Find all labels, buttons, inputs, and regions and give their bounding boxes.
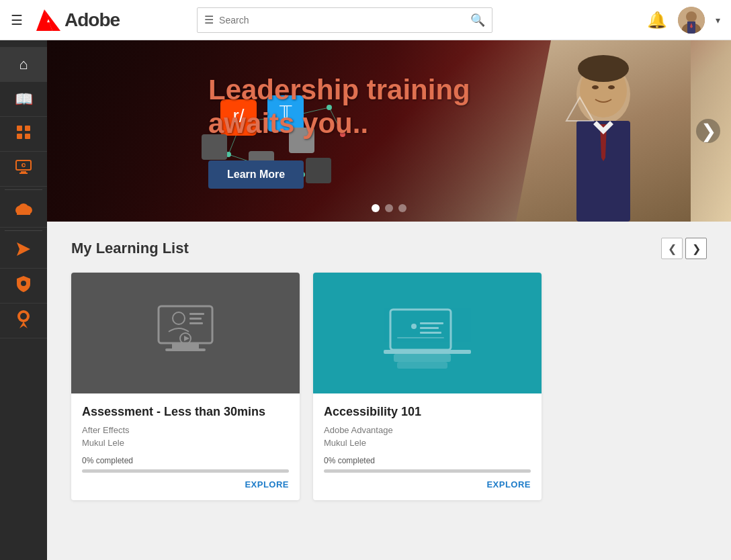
svg-rect-64	[189, 318, 202, 320]
avatar-image	[678, 7, 705, 34]
sidebar-item-cloud[interactable]	[0, 193, 47, 228]
main-layout: ⌂ 📖	[0, 40, 731, 560]
apps-icon	[15, 124, 32, 144]
card-1-body: Assessment - Less than 30mins After Effe…	[71, 393, 300, 500]
svg-point-4	[686, 11, 697, 22]
svg-rect-73	[420, 332, 441, 334]
card-1-progress-label: 0% completed	[82, 456, 289, 465]
header: ☰ Adobe ☰ 🔍 🔔	[0, 0, 731, 40]
hero-dots	[372, 204, 406, 212]
section-header: My Learning List ❮ ❯	[71, 238, 707, 259]
svg-point-70	[411, 324, 417, 329]
card-2-thumbnail	[313, 273, 542, 393]
learn-more-button[interactable]: Learn More	[208, 160, 304, 189]
card-2: Accessibility 101 Adobe Advantage Mukul …	[313, 273, 542, 500]
svg-rect-63	[189, 313, 204, 315]
svg-rect-74	[397, 337, 444, 338]
card-2-author: Mukul Lele	[324, 438, 531, 448]
svg-rect-71	[420, 322, 443, 324]
sidebar-item-book[interactable]: 📖	[0, 82, 47, 117]
hero-next-arrow[interactable]: ❯	[696, 119, 720, 143]
home-icon: ⌂	[19, 56, 28, 73]
svg-point-22	[21, 281, 26, 286]
card-1-assessment-icon	[145, 293, 226, 373]
svg-marker-58	[566, 97, 593, 121]
adobe-logo: Adobe	[36, 8, 120, 32]
adobe-logo-icon	[36, 8, 60, 32]
svg-rect-69	[384, 350, 471, 354]
sidebar-item-shield[interactable]	[0, 269, 47, 304]
svg-marker-24	[19, 322, 28, 328]
svg-rect-10	[17, 134, 22, 139]
svg-rect-13	[21, 171, 26, 173]
svg-rect-68	[390, 310, 451, 350]
svg-rect-11	[25, 134, 30, 139]
svg-point-62	[173, 312, 185, 324]
section-title: My Learning List	[71, 240, 189, 257]
search-button[interactable]: 🔍	[470, 13, 485, 28]
card-2-body: Accessibility 101 Adobe Advantage Mukul …	[313, 393, 542, 500]
search-bar: ☰ 🔍	[197, 7, 492, 33]
svg-rect-14	[19, 173, 28, 174]
svg-rect-61	[165, 348, 206, 351]
card-1-icon-container	[71, 273, 300, 393]
svg-rect-8	[17, 126, 22, 131]
card-1-explore-link[interactable]: EXPLORE	[245, 479, 289, 489]
bell-icon[interactable]: 🔔	[647, 11, 667, 30]
card-2-icon-container	[313, 273, 542, 393]
adobe-logo-text: Adobe	[64, 9, 120, 31]
cards-row: Assessment - Less than 30mins After Effe…	[71, 273, 707, 500]
media-icon	[15, 160, 32, 179]
hero-dot-1[interactable]	[372, 204, 380, 212]
card-1-thumbnail	[71, 273, 300, 393]
sidebar-divider-1	[5, 189, 42, 190]
learning-section: My Learning List ❮ ❯	[47, 222, 731, 516]
card-1-author: Mukul Lele	[82, 438, 289, 448]
sidebar-item-media[interactable]	[0, 152, 47, 187]
next-arrow-button[interactable]: ❯	[685, 238, 707, 259]
sidebar-item-badge[interactable]	[0, 304, 47, 338]
sidebar-divider-2	[5, 230, 42, 231]
card-2-progress-bar	[324, 469, 531, 473]
header-left: ☰ Adobe	[11, 8, 120, 32]
sidebar-item-apps[interactable]	[0, 117, 47, 152]
card-1-title: Assessment - Less than 30mins	[82, 404, 289, 420]
card-2-title: Accessibility 101	[324, 404, 531, 420]
search-input[interactable]	[219, 15, 470, 26]
svg-rect-65	[189, 322, 203, 324]
svg-rect-20	[17, 209, 30, 215]
hero-content: Leadership training awaits you.. Learn M…	[47, 53, 731, 209]
prev-arrow-button[interactable]: ❮	[661, 238, 683, 259]
triangle-icon	[563, 94, 597, 130]
hero-title: Leadership training awaits you..	[208, 73, 697, 141]
sidebar-item-home[interactable]: ⌂	[0, 47, 47, 82]
svg-rect-72	[420, 327, 439, 329]
card-2-footer: EXPLORE	[324, 479, 531, 492]
card-2-subtitle: Adobe Advantage	[324, 425, 531, 435]
cloud-icon	[14, 201, 33, 220]
nav-arrows: ❮ ❯	[661, 238, 707, 259]
search-menu-icon[interactable]: ☰	[204, 13, 214, 26]
card-1-progress-bar	[82, 469, 289, 473]
hero-dot-3[interactable]	[398, 204, 406, 212]
sidebar-item-send[interactable]	[0, 234, 47, 269]
content-area: r/ 𝕋 Leadership training awaits you..	[47, 40, 731, 560]
svg-rect-9	[25, 126, 30, 131]
avatar[interactable]	[678, 7, 705, 34]
shield-icon	[16, 275, 31, 297]
chevron-down-icon[interactable]: ▾	[716, 15, 720, 26]
svg-marker-67	[184, 336, 189, 341]
card-1: Assessment - Less than 30mins After Effe…	[71, 273, 300, 500]
send-icon	[15, 241, 32, 261]
hero-dot-2[interactable]	[385, 204, 393, 212]
svg-point-25	[20, 313, 27, 320]
card-2-progress-label: 0% completed	[324, 456, 531, 465]
svg-rect-75	[394, 354, 451, 362]
hero-banner: r/ 𝕋 Leadership training awaits you..	[47, 40, 731, 222]
card-2-accessibility-icon	[384, 293, 471, 373]
hamburger-icon[interactable]: ☰	[11, 12, 23, 28]
badge-icon	[16, 310, 31, 332]
svg-marker-21	[17, 242, 30, 256]
card-2-explore-link[interactable]: EXPLORE	[486, 479, 531, 489]
header-right: 🔔 ▾	[647, 7, 720, 34]
